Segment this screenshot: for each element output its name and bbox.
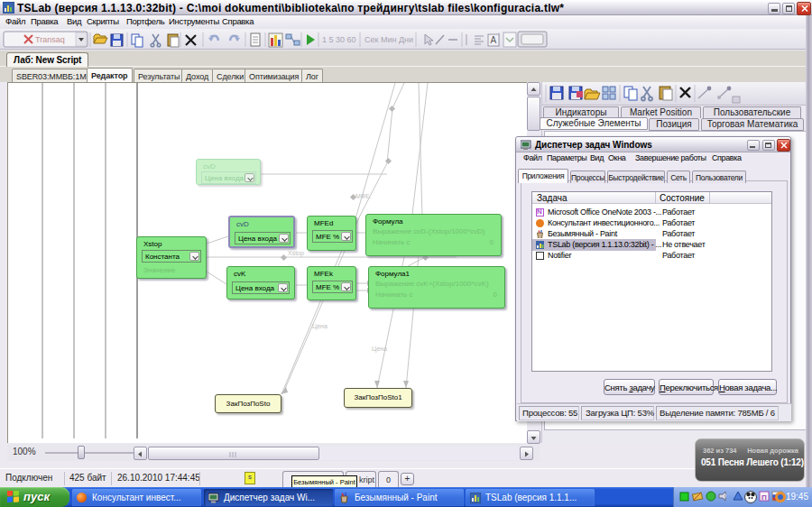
svg-text:Цена: Цена <box>312 323 328 330</box>
svg-text:Сек Мин Дни: Сек Мин Дни <box>364 35 413 44</box>
svg-text:A: A <box>491 35 497 45</box>
svg-text:1 5 30 60: 1 5 30 60 <box>322 35 356 44</box>
svg-text:Transaq: Transaq <box>35 35 65 44</box>
svg-text:МФЕ.: МФЕ. <box>355 193 372 199</box>
svg-text:Xstop: Xstop <box>288 250 304 257</box>
svg-text:Цена: Цена <box>372 346 387 353</box>
svg-text:): ) <box>724 493 726 498</box>
svg-text:П: П <box>761 493 767 502</box>
